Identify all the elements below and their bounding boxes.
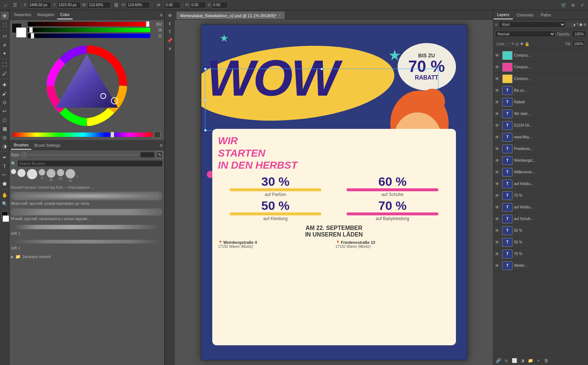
tool-eyedropper[interactable]: 🖊 bbox=[1, 69, 9, 77]
layer-vis-1[interactable]: 👁 bbox=[495, 53, 501, 58]
preset-item-4[interactable]: 9 bbox=[39, 169, 45, 182]
add-group-btn[interactable]: 📁 bbox=[527, 357, 534, 364]
layer-item-text-8[interactable]: 👁 T Willkomme... bbox=[494, 166, 588, 178]
layer-vis-t6[interactable]: 👁 bbox=[495, 146, 501, 151]
layer-item-text-12[interactable]: 👁 T auf Schuh... bbox=[494, 213, 588, 225]
fill-input[interactable] bbox=[572, 41, 585, 47]
layer-item-text-14[interactable]: 👁 T 50 % bbox=[494, 237, 588, 248]
layer-vis-t4[interactable]: 👁 bbox=[495, 123, 501, 128]
3d-icon[interactable]: ⊕ bbox=[166, 12, 174, 19]
angle-input[interactable] bbox=[164, 2, 181, 8]
layer-vis-t3[interactable]: 👁 bbox=[495, 111, 501, 116]
home-icon[interactable]: ⌂ bbox=[1, 1, 9, 9]
r-slider[interactable] bbox=[28, 22, 150, 26]
cancel-transform-icon[interactable]: ⊘ bbox=[569, 1, 577, 9]
tool-dodge[interactable]: ◑ bbox=[1, 142, 9, 150]
layers-kind-select[interactable]: Kind bbox=[499, 21, 565, 28]
tool-artboard[interactable]: ⬚ bbox=[1, 20, 9, 28]
layer-vis-t10[interactable]: 👁 bbox=[495, 193, 501, 198]
b-slider[interactable] bbox=[28, 34, 150, 38]
menu-icon[interactable]: ☰ bbox=[11, 1, 19, 9]
filter-type-icon[interactable]: T bbox=[576, 23, 579, 27]
g-slider[interactable] bbox=[28, 28, 150, 32]
rotate-icon[interactable]: ⟳ bbox=[155, 1, 163, 9]
opacity-input[interactable] bbox=[572, 31, 587, 37]
layer-vis-t2[interactable]: 👁 bbox=[495, 100, 501, 105]
layer-vis-3[interactable]: 👁 bbox=[495, 76, 501, 81]
w-input[interactable] bbox=[87, 2, 111, 8]
tool-quick-select[interactable]: ✦ bbox=[1, 49, 9, 57]
lock-transparent-icon[interactable]: ⬚ bbox=[506, 42, 510, 46]
h-skew-input[interactable] bbox=[190, 2, 206, 8]
r-slider-thumb[interactable] bbox=[146, 21, 150, 27]
layer-item-text-15[interactable]: 👁 T 70 % bbox=[494, 248, 588, 260]
tool-path-select[interactable]: ⭠ bbox=[1, 171, 9, 179]
layer-item-text-6[interactable]: 👁 T Friedenss... bbox=[494, 143, 588, 155]
layer-item-group-3[interactable]: 👁 Compou... bbox=[494, 73, 588, 85]
tab-color[interactable]: Color bbox=[57, 10, 73, 19]
background-color[interactable] bbox=[3, 215, 9, 222]
transform-icon[interactable]: ✕ bbox=[166, 45, 174, 53]
tab-brushes[interactable]: Brushes bbox=[11, 141, 31, 150]
h-input[interactable] bbox=[126, 2, 150, 8]
layer-vis-t1[interactable]: 👁 bbox=[495, 88, 501, 93]
layer-vis-t15[interactable]: 👁 bbox=[495, 251, 501, 257]
tool-crop[interactable]: ⛶ bbox=[1, 61, 9, 69]
preset-item-5[interactable]: 20 bbox=[47, 169, 55, 182]
tab-navigator[interactable]: Navigator bbox=[34, 10, 57, 19]
preset-item-6[interactable]: 10 bbox=[57, 169, 64, 182]
doc-tab-main[interactable]: Werbeplakat_Rabattaktion_v2.psd @ 11.1% … bbox=[176, 11, 285, 19]
right-tab-layers[interactable]: Layers bbox=[494, 10, 513, 19]
tool-gradient[interactable]: ▦ bbox=[1, 124, 9, 132]
tool-zoom[interactable]: 🔍 bbox=[1, 200, 9, 208]
layer-vis-t14[interactable]: 👁 bbox=[495, 240, 501, 245]
right-tab-paths[interactable]: Paths bbox=[537, 10, 555, 19]
g-slider-thumb[interactable] bbox=[29, 27, 33, 33]
background-swatch[interactable] bbox=[16, 27, 26, 38]
size-edit-btn[interactable]: ✎ bbox=[156, 151, 163, 158]
v-skew-input[interactable] bbox=[212, 2, 228, 8]
brush-item-1[interactable]: Жорсткий, круглий, розмір відповідно до … bbox=[11, 192, 163, 205]
preset-item-7[interactable]: 15 bbox=[66, 169, 75, 182]
x-input[interactable] bbox=[28, 2, 51, 8]
tool-history-brush[interactable]: ↩ bbox=[1, 107, 9, 115]
layer-item-group-2[interactable]: 👁 Compou... bbox=[494, 61, 588, 73]
tool-pen[interactable]: ✒ bbox=[1, 153, 9, 161]
text-tool-icon[interactable]: T bbox=[166, 28, 174, 36]
tool-healing[interactable]: ✚ bbox=[1, 81, 9, 89]
add-layer-btn[interactable]: + bbox=[535, 357, 542, 364]
tab-swatches[interactable]: Swatches bbox=[11, 10, 34, 19]
tool-lasso[interactable]: ⌀ bbox=[1, 41, 9, 49]
tab-close-btn[interactable]: × bbox=[279, 14, 281, 18]
tool-marquee[interactable]: ▭ bbox=[1, 32, 9, 40]
info-icon[interactable]: ℹ bbox=[166, 20, 174, 27]
preset-item-3[interactable] bbox=[27, 169, 37, 182]
link-layers-btn[interactable]: 🔗 bbox=[495, 357, 502, 364]
layer-item-text-13[interactable]: 👁 T 60 % bbox=[494, 225, 588, 237]
b-slider-thumb[interactable] bbox=[31, 33, 34, 39]
lock-pos-icon[interactable]: ✚ bbox=[520, 42, 523, 46]
canvas-scroll[interactable]: ★ ★ ★ ★ WOW BIS ZU 70 % RABATT bbox=[175, 20, 493, 365]
fx-btn[interactable]: fx bbox=[503, 357, 510, 364]
lock-all-icon[interactable]: 🔒 bbox=[525, 42, 530, 46]
tool-stamp[interactable]: ⊙ bbox=[1, 98, 9, 106]
layer-item-text-11[interactable]: 👁 T auf Kleidu... bbox=[494, 201, 588, 213]
color-wheel-container[interactable] bbox=[12, 40, 162, 131]
layer-vis-t12[interactable]: 👁 bbox=[495, 216, 501, 222]
brush-folder-item[interactable]: ▶ 📁 Загальні пензлі bbox=[11, 253, 163, 260]
delete-layer-btn[interactable]: 🗑 bbox=[543, 357, 550, 364]
blend-mode-select[interactable]: Normal bbox=[495, 31, 556, 37]
color-wheel-svg[interactable] bbox=[47, 46, 127, 126]
layer-vis-t11[interactable]: 👁 bbox=[495, 205, 501, 210]
layer-item-text-3[interactable]: 👁 T Wir start... bbox=[494, 108, 588, 120]
add-mask-btn[interactable]: ⬜ bbox=[511, 357, 518, 364]
right-tab-channels[interactable]: Channels bbox=[513, 10, 537, 19]
lock-art-icon[interactable]: ◎ bbox=[515, 42, 519, 46]
preset-item-1[interactable] bbox=[11, 169, 16, 182]
link-icon[interactable]: ⛓ bbox=[112, 1, 120, 9]
layer-item-text-5[interactable]: 👁 T www.fikty... bbox=[494, 131, 588, 143]
filter-pixel-icon[interactable]: ⬛ bbox=[567, 23, 572, 27]
layer-item-text-1[interactable]: 👁 T Bis zu... bbox=[494, 85, 588, 96]
size-slider[interactable] bbox=[28, 154, 139, 155]
brush-item-2[interactable]: М'який, круглий, непрозорість і штрих ві… bbox=[11, 208, 163, 221]
